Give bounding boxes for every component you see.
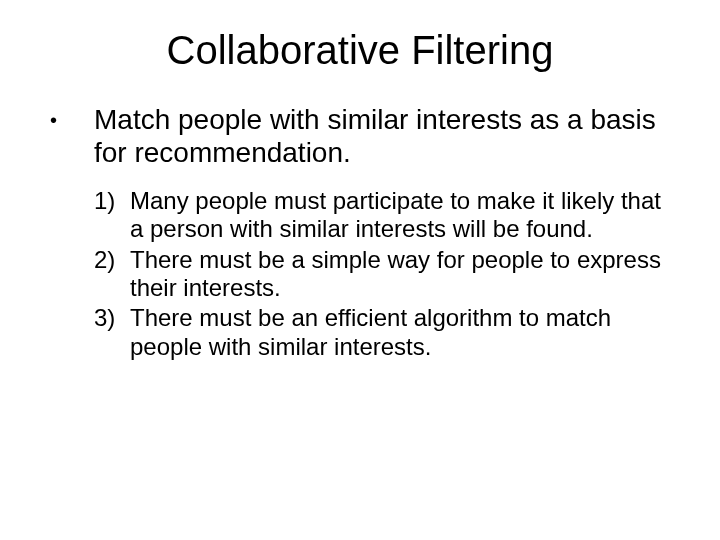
list-item: 2) There must be a simple way for people… xyxy=(94,246,680,303)
bullet-dot-icon: • xyxy=(50,103,94,133)
bullet-text: Match people with similar interests as a… xyxy=(94,103,680,169)
numbered-list: 1) Many people must participate to make … xyxy=(94,187,680,361)
slide-title: Collaborative Filtering xyxy=(40,28,680,73)
bullet-row: • Match people with similar interests as… xyxy=(50,103,680,169)
slide: Collaborative Filtering • Match people w… xyxy=(0,0,720,540)
list-item-number: 2) xyxy=(94,246,130,274)
list-item-number: 1) xyxy=(94,187,130,215)
list-item-text: Many people must participate to make it … xyxy=(130,187,680,244)
list-item: 3) There must be an efficient algorithm … xyxy=(94,304,680,361)
list-item: 1) Many people must participate to make … xyxy=(94,187,680,244)
list-item-text: There must be a simple way for people to… xyxy=(130,246,680,303)
list-item-text: There must be an efficient algorithm to … xyxy=(130,304,680,361)
list-item-number: 3) xyxy=(94,304,130,332)
